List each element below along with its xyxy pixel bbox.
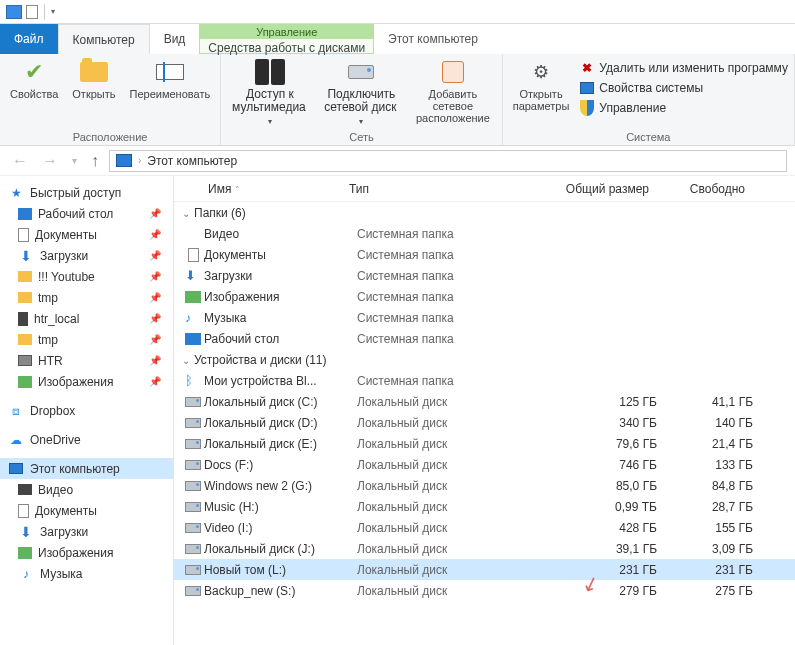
up-button[interactable]: ↑ <box>87 152 103 170</box>
chevron-right-icon: › <box>138 155 141 166</box>
open-button[interactable]: Открыть <box>68 56 119 102</box>
list-item[interactable]: Локальный диск (E:)Локальный диск79,6 ГБ… <box>174 433 795 454</box>
tower-icon <box>271 59 285 85</box>
col-size[interactable]: Общий размер <box>519 182 649 196</box>
sidebar-item[interactable]: Документы📌 <box>0 224 173 245</box>
item-icon <box>185 481 201 491</box>
recent-dropdown[interactable]: ▾ <box>68 155 81 166</box>
ribbon-group-network: Доступ к мультимедиа ▾ Подключить сетево… <box>221 54 503 145</box>
item-size: 79,6 ГБ <box>527 437 657 451</box>
sidebar-item-label: htr_local <box>34 312 79 326</box>
open-settings-button[interactable]: ⚙Открыть параметры <box>509 56 574 114</box>
properties-button[interactable]: ✔Свойства <box>6 56 62 102</box>
sidebar-quick-access[interactable]: ★Быстрый доступ <box>0 182 173 203</box>
sidebar-item[interactable]: ⬇Загрузки📌 <box>0 245 173 266</box>
list-item[interactable]: ♪МузыкаСистемная папка <box>174 307 795 328</box>
sidebar-item[interactable]: ♪Музыка <box>0 563 173 584</box>
section-drives[interactable]: ⌄Устройства и диски (11) <box>174 349 795 370</box>
pin-icon: 📌 <box>149 334 169 345</box>
item-type: Локальный диск <box>357 458 527 472</box>
back-button[interactable]: ← <box>8 152 32 170</box>
rename-button[interactable]: Переименовать <box>126 56 215 102</box>
add-network-location-button[interactable]: Добавить сетевое расположение <box>410 56 496 126</box>
item-icon <box>18 355 32 366</box>
ribbon: ✔Свойства Открыть Переименовать Располож… <box>0 54 795 146</box>
list-item[interactable]: Локальный диск (J:)Локальный диск39,1 ГБ… <box>174 538 795 559</box>
list-item[interactable]: ᛒМои устройства Bl...Системная папка <box>174 370 795 391</box>
section-folders[interactable]: ⌄Папки (6) <box>174 202 795 223</box>
system-properties-button[interactable]: Свойства системы <box>579 80 788 96</box>
list-item[interactable]: Локальный диск (C:)Локальный диск125 ГБ4… <box>174 391 795 412</box>
col-name[interactable]: Имя˄ <box>174 182 349 196</box>
list-item[interactable]: ИзображенияСистемная папка <box>174 286 795 307</box>
rename-icon <box>156 64 184 80</box>
list-item[interactable]: Docs (F:)Локальный диск746 ГБ133 ГБ <box>174 454 795 475</box>
item-icon <box>18 228 29 242</box>
forward-button[interactable]: → <box>38 152 62 170</box>
check-icon: ✔ <box>25 59 43 85</box>
sidebar-item[interactable]: htr_local📌 <box>0 308 173 329</box>
item-icon <box>185 418 201 428</box>
manage-button[interactable]: Управление <box>579 100 788 116</box>
x-icon: ✖ <box>582 61 592 75</box>
media-access-button[interactable]: Доступ к мультимедиа ▾ <box>227 56 313 129</box>
pin-icon: 📌 <box>149 355 169 366</box>
item-free: 3,09 ГБ <box>657 542 767 556</box>
sidebar-item[interactable]: tmp📌 <box>0 329 173 350</box>
item-name: Музыка <box>204 311 357 325</box>
chevron-down-icon: ▾ <box>268 117 272 126</box>
list-item[interactable]: Локальный диск (D:)Локальный диск340 ГБ1… <box>174 412 795 433</box>
uninstall-button[interactable]: ✖Удалить или изменить программу <box>579 60 788 76</box>
sidebar-item-label: tmp <box>38 333 58 347</box>
breadcrumb-item[interactable]: Этот компьютер <box>147 154 237 168</box>
list-item[interactable]: Backup_new (S:)Локальный диск279 ГБ275 Г… <box>174 580 795 601</box>
group-system-label: Система <box>509 131 788 145</box>
item-type: Локальный диск <box>357 395 527 409</box>
tab-view[interactable]: Вид <box>150 24 200 54</box>
sidebar-this-pc[interactable]: Этот компьютер <box>0 458 173 479</box>
sidebar-item[interactable]: Документы <box>0 500 173 521</box>
item-icon <box>185 502 201 512</box>
sidebar-item[interactable]: !!! Youtube📌 <box>0 266 173 287</box>
sidebar-item[interactable]: Видео <box>0 479 173 500</box>
item-name: Документы <box>204 248 357 262</box>
sidebar-onedrive[interactable]: ☁OneDrive <box>0 429 173 450</box>
item-icon <box>18 208 32 220</box>
item-type: Локальный диск <box>357 563 527 577</box>
list-item[interactable]: Windows new 2 (G:)Локальный диск85,0 ГБ8… <box>174 475 795 496</box>
ribbon-group-location: ✔Свойства Открыть Переименовать Располож… <box>0 54 221 145</box>
list-item[interactable]: ⬇ЗагрузкиСистемная папка <box>174 265 795 286</box>
sidebar-dropbox[interactable]: ⧈Dropbox <box>0 400 173 421</box>
item-name: Видео <box>204 227 357 241</box>
sidebar-item[interactable]: HTR📌 <box>0 350 173 371</box>
list-item[interactable]: Новый том (L:)Локальный диск231 ГБ231 ГБ <box>174 559 795 580</box>
item-icon <box>185 439 201 449</box>
item-type: Системная папка <box>357 269 527 283</box>
item-type: Системная папка <box>357 332 527 346</box>
sidebar-item[interactable]: Рабочий стол📌 <box>0 203 173 224</box>
location-icon <box>442 61 464 83</box>
sidebar-item[interactable]: Изображения <box>0 542 173 563</box>
item-free: 155 ГБ <box>657 521 767 535</box>
sidebar-item[interactable]: ⬇Загрузки <box>0 521 173 542</box>
list-item[interactable]: Video (I:)Локальный диск428 ГБ155 ГБ <box>174 517 795 538</box>
item-type: Системная папка <box>357 311 527 325</box>
sidebar-item[interactable]: Изображения📌 <box>0 371 173 392</box>
map-drive-button[interactable]: Подключить сетевой диск ▾ <box>319 56 405 129</box>
item-name: Windows new 2 (G:) <box>204 479 357 493</box>
list-item[interactable]: ДокументыСистемная папка <box>174 244 795 265</box>
item-free: 21,4 ГБ <box>657 437 767 451</box>
qat-dropdown-icon[interactable]: ▾ <box>51 7 55 16</box>
item-icon: ᛒ <box>185 373 201 388</box>
sidebar-item-label: Документы <box>35 228 97 242</box>
list-item[interactable]: Music (H:)Локальный диск0,99 ТБ28,7 ГБ <box>174 496 795 517</box>
tab-file[interactable]: Файл <box>0 24 58 54</box>
breadcrumb[interactable]: › Этот компьютер <box>109 150 787 172</box>
shield-icon <box>580 100 594 116</box>
col-free[interactable]: Свободно <box>649 182 759 196</box>
list-item[interactable]: Рабочий столСистемная папка <box>174 328 795 349</box>
sidebar-item[interactable]: tmp📌 <box>0 287 173 308</box>
list-item[interactable]: ВидеоСистемная папка <box>174 223 795 244</box>
tab-computer[interactable]: Компьютер <box>58 24 150 54</box>
col-type[interactable]: Тип <box>349 182 519 196</box>
